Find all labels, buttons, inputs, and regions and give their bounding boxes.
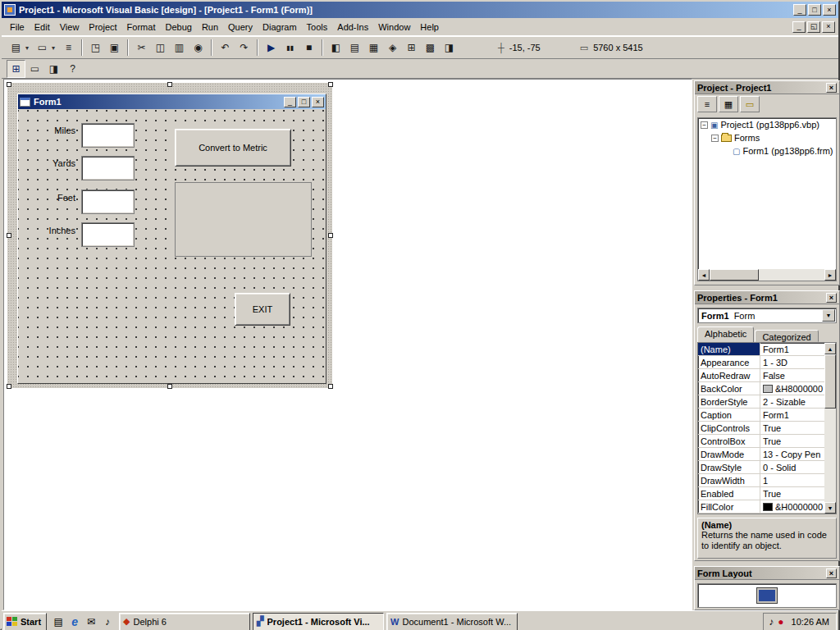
property-value[interactable]: False bbox=[760, 370, 824, 381]
property-name[interactable]: BorderStyle bbox=[698, 395, 760, 408]
add-project-icon[interactable]: ▤ bbox=[7, 39, 25, 57]
property-row[interactable]: BorderStyle 2 - Sizable bbox=[698, 395, 824, 409]
property-row[interactable]: DrawStyle 0 - Solid bbox=[698, 461, 824, 474]
menu-addins[interactable]: Add-Ins bbox=[332, 20, 373, 34]
property-name[interactable]: ControlBox bbox=[698, 435, 760, 447]
property-row[interactable]: DrawWidth 1 bbox=[698, 474, 824, 487]
form-close-button[interactable]: × bbox=[312, 97, 324, 107]
tab-categorized[interactable]: Categorized bbox=[755, 330, 818, 342]
property-value[interactable]: 1 - 3D bbox=[760, 357, 824, 368]
start-icon[interactable]: ▶ bbox=[262, 39, 281, 57]
menu-query[interactable]: Query bbox=[223, 20, 258, 34]
property-row[interactable]: ControlBox True bbox=[698, 435, 824, 448]
property-row[interactable]: Enabled True bbox=[698, 487, 824, 500]
textbox-yards[interactable] bbox=[81, 156, 135, 180]
clock[interactable]: 10:26 AM bbox=[792, 617, 829, 627]
properties-window-icon[interactable]: ▤ bbox=[345, 39, 364, 57]
project-explorer-icon[interactable]: ◧ bbox=[326, 39, 345, 57]
property-name[interactable]: DrawStyle bbox=[698, 461, 760, 473]
property-row[interactable]: FillColor &H0000000 bbox=[698, 500, 824, 514]
cut-icon[interactable]: ✂ bbox=[132, 39, 151, 57]
start-button[interactable]: Start bbox=[3, 613, 47, 630]
task-delphi[interactable]: ◆ Delphi 6 bbox=[119, 613, 250, 630]
tab-alphabetic[interactable]: Alphabetic bbox=[697, 326, 754, 343]
property-value[interactable]: Form1 bbox=[760, 409, 824, 421]
property-row[interactable]: Caption Form1 bbox=[698, 409, 824, 422]
property-row[interactable]: Appearance 1 - 3D bbox=[698, 356, 824, 369]
menu-edit[interactable]: Edit bbox=[30, 20, 55, 34]
view-object-icon[interactable]: ▦ bbox=[719, 96, 738, 112]
selection-handle[interactable] bbox=[7, 82, 11, 87]
properties-titlebar[interactable]: Properties - Form1 × bbox=[695, 291, 839, 304]
toolbox-toggle-icon[interactable]: ⊞ bbox=[7, 60, 25, 78]
menu-help[interactable]: Help bbox=[415, 20, 444, 34]
vertical-scrollbar[interactable]: ▲ ▼ bbox=[824, 343, 836, 514]
label-yards[interactable]: Yards bbox=[36, 158, 75, 168]
label-miles[interactable]: Miles bbox=[36, 126, 75, 135]
add-project-dropdown-icon[interactable]: ▾ bbox=[25, 44, 33, 52]
property-value[interactable]: 13 - Copy Pen bbox=[760, 449, 824, 460]
selection-handle[interactable] bbox=[167, 82, 172, 87]
break-icon[interactable]: ▮▮ bbox=[281, 39, 299, 57]
property-name[interactable]: Caption bbox=[698, 409, 760, 421]
textbox-inches[interactable] bbox=[81, 222, 135, 247]
scroll-down-icon[interactable]: ▼ bbox=[824, 502, 836, 514]
internet-explorer-icon[interactable]: e bbox=[67, 614, 82, 629]
form-layout-titlebar[interactable]: Form Layout × bbox=[695, 567, 839, 580]
menu-tools[interactable]: Tools bbox=[302, 20, 333, 34]
titlebar[interactable]: Project1 - Microsoft Visual Basic [desig… bbox=[2, 2, 838, 18]
label-feet[interactable]: Feet bbox=[36, 193, 75, 203]
form-layout-window-icon[interactable]: ▦ bbox=[364, 39, 383, 57]
property-name[interactable]: Appearance bbox=[698, 356, 760, 368]
form-body[interactable]: Miles Yards Feet Inches Convert to Metri… bbox=[18, 109, 326, 383]
component-manager-icon[interactable]: ◨ bbox=[440, 39, 459, 57]
property-value[interactable]: 0 - Solid bbox=[760, 462, 824, 473]
selection-handle[interactable] bbox=[328, 233, 333, 238]
property-value[interactable]: True bbox=[760, 488, 824, 500]
selection-handle[interactable] bbox=[328, 82, 333, 87]
tray-app-icon[interactable]: ● bbox=[778, 616, 783, 628]
property-value[interactable]: True bbox=[760, 422, 824, 434]
menu-project[interactable]: Project bbox=[84, 20, 121, 34]
property-value[interactable]: True bbox=[760, 436, 824, 447]
selection-handle[interactable] bbox=[167, 384, 172, 389]
project-explorer-titlebar[interactable]: Project - Project1 × bbox=[695, 81, 839, 94]
copy-icon[interactable]: ◫ bbox=[151, 39, 170, 57]
exit-button[interactable]: EXIT bbox=[235, 293, 290, 326]
label-inches[interactable]: Inches bbox=[36, 226, 75, 235]
selection-handle[interactable] bbox=[7, 384, 11, 389]
save-project-icon[interactable]: ▣ bbox=[105, 39, 124, 57]
menu-view[interactable]: View bbox=[55, 20, 84, 34]
property-value[interactable]: Form1 bbox=[760, 344, 824, 355]
open-project-icon[interactable]: ◳ bbox=[86, 39, 105, 57]
tree-item-label[interactable]: Form1 (pg138pp6.frm) bbox=[742, 146, 833, 156]
show-desktop-icon[interactable]: ▤ bbox=[51, 614, 66, 629]
property-row[interactable]: ClipControls True bbox=[698, 422, 824, 435]
mdi-restore-button[interactable]: ◱ bbox=[807, 21, 820, 33]
combo-dropdown-icon[interactable]: ▼ bbox=[822, 309, 835, 322]
property-value[interactable]: 1 bbox=[760, 475, 824, 486]
convert-to-metric-button[interactable]: Convert to Metric bbox=[175, 129, 291, 167]
tree-item-label[interactable]: Project1 (pg138pp6.vbp) bbox=[720, 120, 819, 130]
project-explorer-close-icon[interactable]: × bbox=[826, 83, 837, 93]
property-name[interactable]: BackColor bbox=[698, 382, 760, 395]
undo-icon[interactable]: ↶ bbox=[216, 39, 235, 57]
property-name[interactable]: DrawMode bbox=[698, 448, 760, 460]
scrollbar-thumb[interactable] bbox=[710, 269, 759, 281]
property-name[interactable]: FillColor bbox=[698, 500, 760, 513]
scroll-right-icon[interactable]: ► bbox=[824, 269, 836, 281]
object-browser-icon[interactable]: ◈ bbox=[383, 39, 402, 57]
form-minimize-button[interactable]: _ bbox=[284, 97, 296, 107]
property-row[interactable]: BackColor &H8000000 bbox=[698, 382, 824, 395]
form-designer-surface[interactable]: Form1 _ □ × Miles Yards Feet Inches Conv… bbox=[7, 83, 332, 388]
maximize-button[interactable]: □ bbox=[808, 4, 821, 16]
property-name[interactable]: (Name) bbox=[698, 343, 760, 355]
property-row[interactable]: AutoRedraw False bbox=[698, 369, 824, 382]
component-icon[interactable]: ◨ bbox=[44, 60, 63, 78]
results-frame[interactable] bbox=[175, 182, 312, 257]
scroll-left-icon[interactable]: ◄ bbox=[698, 269, 710, 281]
textbox-feet[interactable] bbox=[81, 189, 135, 214]
tree-item-label[interactable]: Forms bbox=[734, 133, 760, 143]
volume-icon[interactable]: ♪ bbox=[769, 616, 774, 628]
tree-item-project[interactable]: − ▣ Project1 (pg138pp6.vbp) bbox=[698, 118, 836, 131]
